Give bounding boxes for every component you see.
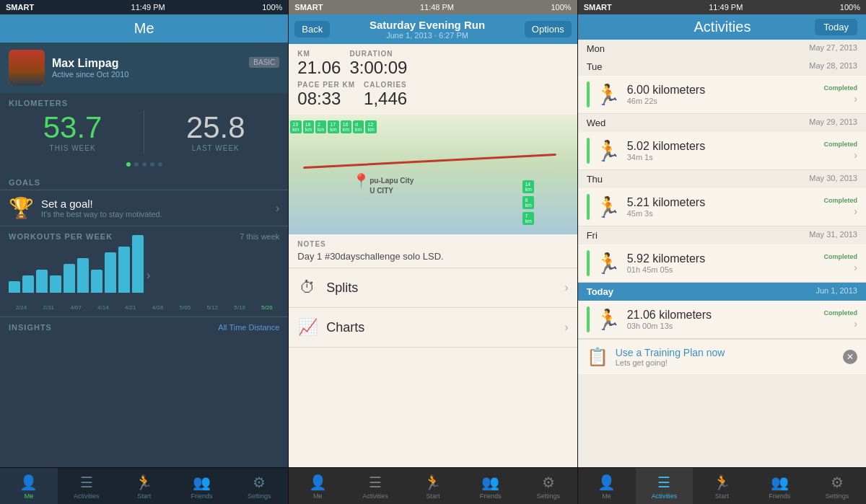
activity-tue[interactable]: 🏃 6.00 kilometers 46m 22s Completed ›: [578, 76, 866, 114]
activity-fri[interactable]: 🏃 5.92 kilometers 01h 45m 05s Completed …: [578, 244, 866, 283]
p3-nav-me[interactable]: 👤 Me: [578, 468, 636, 504]
me-title: Me: [134, 20, 154, 36]
p3-nav-activities-icon: ☰: [657, 474, 670, 491]
bar-4: [50, 275, 61, 293]
dot-5: [158, 162, 162, 167]
activity-info-fri: 5.92 kilometers 01h 45m 05s: [627, 252, 818, 274]
activity-info-tue: 6.00 kilometers 46m 22s: [627, 84, 818, 105]
p2-nav-start[interactable]: 🏃 Start: [404, 468, 462, 504]
insights-value: All Time Distance: [218, 323, 279, 332]
goals-section[interactable]: 🏆 Set a goal! It's the best way to stay …: [0, 190, 288, 226]
chart-chevron[interactable]: ›: [146, 269, 150, 282]
day-header-wed: Wed May 29, 2013: [578, 114, 866, 132]
nav-settings[interactable]: ⚙ Settings: [230, 468, 288, 504]
nav-settings-label: Settings: [248, 492, 271, 500]
panel-activity-detail: SMART 11:48 PM 100% Back Saturday Evenin…: [289, 0, 577, 504]
green-bar-today: [587, 306, 590, 332]
p3-nav-friends[interactable]: 👥 Friends: [751, 468, 808, 504]
p2-nav-friends[interactable]: 👥 Friends: [462, 468, 520, 504]
me-header: Me: [0, 14, 288, 43]
dot-4: [150, 162, 154, 167]
goal-title: Set a goal!: [41, 198, 268, 210]
stat-pace: PACE PER KM 08:33: [297, 81, 355, 109]
nav-activities[interactable]: ☰ Activities: [58, 468, 115, 504]
map-marker-7: 7km: [522, 212, 533, 225]
nav-me-icon: 👤: [19, 474, 38, 491]
training-plan[interactable]: 📋 Use a Training Plan now Lets get going…: [578, 339, 866, 374]
p3-nav-me-icon: 👤: [598, 474, 616, 491]
activity-today[interactable]: 🏃 21.06 kilometers 03h 00m 13s Completed…: [578, 301, 866, 339]
day-fri: Fri: [587, 230, 598, 241]
nav-start[interactable]: 🏃 Start: [115, 468, 173, 504]
run-icon-wed: 🏃: [595, 139, 621, 163]
p2-nav-me[interactable]: 👤 Me: [289, 468, 346, 504]
goals-label: GOALS: [0, 172, 288, 190]
date-fri: May 31, 2013: [809, 230, 857, 241]
bar-label-5: 4/21: [118, 304, 143, 311]
options-button[interactable]: Options: [525, 21, 572, 37]
stat-calories: CALORIES 1,446: [364, 81, 407, 109]
activity-thu[interactable]: 🏃 5.21 kilometers 45m 3s Completed ›: [578, 188, 866, 226]
carrier-1: SMART: [6, 3, 34, 12]
training-close-button[interactable]: ✕: [843, 350, 857, 364]
time-3: 11:49 PM: [709, 3, 743, 12]
workouts-header: WORKOUTS PER WEEK 7 this week: [9, 232, 279, 241]
km-this-week-value: 53.7: [9, 112, 136, 143]
p2-nav-friends-label: Friends: [480, 492, 502, 500]
map-background: 19km 18km 2km 17km 16km dkm 12km 📍 pu-La…: [289, 115, 577, 234]
p2-nav-activities[interactable]: ☰ Activities: [346, 468, 404, 504]
green-bar-tue: [587, 81, 590, 107]
bar-6: [77, 258, 89, 293]
nav-activities-label: Activities: [74, 492, 100, 500]
time-2: 11:48 PM: [420, 3, 454, 12]
map-location-pin: 📍: [352, 172, 370, 190]
activity-chevron-thu: ›: [854, 205, 857, 217]
nav-friends-label: Friends: [191, 492, 213, 500]
map-marker-12: 12km: [365, 120, 376, 133]
carrier-3: SMART: [584, 3, 612, 12]
p3-nav-settings[interactable]: ⚙ Settings: [808, 468, 866, 504]
bar-8: [105, 252, 116, 293]
p3-nav-friends-icon: 👥: [771, 474, 789, 491]
bar-label-1: 2/24: [9, 304, 34, 311]
training-subtitle: Lets get going!: [616, 358, 836, 367]
km-last-week: 25.8 LAST WEEK: [152, 112, 279, 152]
back-button[interactable]: Back: [294, 21, 330, 37]
bar-label-10: 5/26: [254, 304, 279, 311]
profile-since: Active since Oct 2010: [52, 70, 279, 79]
goal-text: Set a goal! It's the best way to stay mo…: [41, 198, 268, 218]
activity-wed[interactable]: 🏃 5.02 kilometers 34m 1s Completed ›: [578, 132, 866, 170]
workouts-label: WORKOUTS PER WEEK: [9, 232, 113, 241]
profile-section: BASIC Max Limpag Active since Oct 2010: [0, 43, 288, 93]
today-button[interactable]: Today: [815, 19, 857, 35]
panel-me: SMART 11:49 PM 100% Me BASIC Max Limpag …: [0, 0, 289, 504]
workouts-section: WORKOUTS PER WEEK 7 this week › 2/24 2/3…: [0, 226, 288, 317]
p3-nav-friends-label: Friends: [769, 492, 790, 500]
activity-date: June 1, 2013 · 6:27 PM: [330, 31, 525, 40]
day-thu: Thu: [587, 174, 603, 185]
day-header-today: Today Jun 1, 2013: [578, 283, 866, 301]
run-icon-wrap-wed: 🏃: [595, 138, 621, 164]
map-marker-17: 17km: [328, 120, 338, 133]
nav-activities-icon: ☰: [80, 474, 93, 491]
day-header-mon: Mon May 27, 2013: [578, 40, 866, 58]
bottom-nav-3: 👤 Me ☰ Activities 🏃 Start 👥 Friends ⚙ Se…: [578, 467, 866, 504]
p3-nav-start[interactable]: 🏃 Start: [693, 468, 751, 504]
activity-km-wed: 5.02 kilometers: [627, 140, 818, 153]
nav-me[interactable]: 👤 Me: [0, 468, 58, 504]
p2-nav-settings[interactable]: ⚙ Settings: [520, 468, 577, 504]
charts-menu-item[interactable]: 📈 Charts ›: [289, 308, 577, 348]
splits-menu-item[interactable]: ⏱ Splits ›: [289, 268, 577, 308]
nav-settings-icon: ⚙: [253, 474, 266, 491]
map-marker-18: 18km: [303, 120, 314, 133]
bar-10: [132, 235, 144, 293]
activity-time-today: 03h 00m 13s: [627, 322, 818, 330]
nav-friends[interactable]: 👥 Friends: [173, 468, 231, 504]
activity-info-wed: 5.02 kilometers 34m 1s: [627, 140, 818, 162]
run-icon-wrap-today: 🏃: [595, 306, 621, 332]
p3-nav-activities[interactable]: ☰ Activities: [636, 468, 694, 504]
p3-nav-start-icon: 🏃: [713, 474, 731, 491]
map-marker-d: dkm: [353, 120, 364, 133]
stats-section: KM 21.06 DURATION 3:00:09 PACE PER KM 08…: [289, 44, 577, 115]
goal-icon: 🏆: [9, 196, 34, 220]
